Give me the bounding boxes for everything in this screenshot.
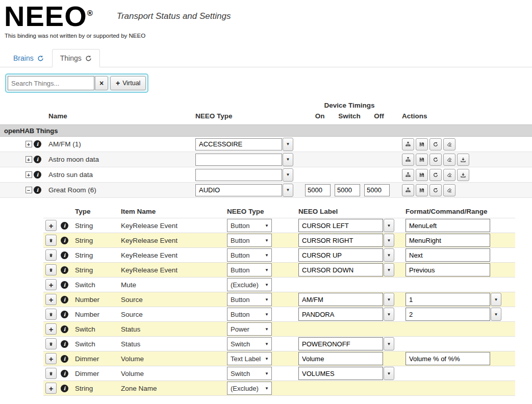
refresh-icon[interactable] bbox=[85, 55, 92, 62]
label-dropdown-button[interactable]: ▼ bbox=[384, 367, 394, 380]
delete-channel-button[interactable] bbox=[45, 264, 57, 275]
info-icon[interactable]: i bbox=[61, 385, 68, 392]
neeo-type-dropdown-button[interactable]: ▼ bbox=[283, 138, 293, 151]
neeo-type-select[interactable]: Button▼ bbox=[227, 263, 272, 276]
add-channel-button[interactable]: + bbox=[45, 353, 57, 364]
neeo-type-input[interactable] bbox=[195, 154, 282, 166]
neeo-label-input[interactable] bbox=[298, 367, 383, 380]
refresh-button[interactable] bbox=[429, 169, 442, 181]
add-channel-button[interactable]: + bbox=[45, 323, 57, 335]
add-channel-button[interactable]: + bbox=[45, 220, 57, 231]
neeo-label-input[interactable] bbox=[298, 293, 383, 306]
label-dropdown-button[interactable]: ▼ bbox=[384, 293, 394, 306]
label-dropdown-button[interactable]: ▼ bbox=[384, 308, 394, 321]
tab-things[interactable]: Things bbox=[52, 49, 100, 67]
delete-channel-button[interactable] bbox=[45, 249, 57, 261]
info-icon[interactable]: i bbox=[61, 266, 68, 274]
format-input[interactable] bbox=[406, 248, 490, 262]
info-icon[interactable]: i bbox=[61, 237, 68, 244]
format-input[interactable] bbox=[406, 234, 490, 247]
neeo-type-dropdown-button[interactable]: ▼ bbox=[283, 184, 293, 197]
neeo-type-dropdown-button[interactable]: ▼ bbox=[283, 168, 293, 182]
label-dropdown-button[interactable]: ▼ bbox=[384, 234, 394, 247]
format-dropdown-button[interactable]: ▼ bbox=[491, 308, 501, 321]
neeo-type-select[interactable]: (Exclude)▼ bbox=[227, 382, 272, 395]
add-channel-button[interactable]: + bbox=[45, 383, 57, 394]
expand-icon[interactable]: + bbox=[26, 141, 32, 147]
info-icon[interactable]: i bbox=[61, 281, 68, 289]
info-icon[interactable]: i bbox=[34, 171, 41, 179]
neeo-label-input[interactable] bbox=[298, 248, 383, 262]
add-channel-button[interactable]: + bbox=[45, 279, 57, 290]
delete-button[interactable] bbox=[443, 138, 455, 150]
label-dropdown-button[interactable]: ▼ bbox=[384, 337, 394, 350]
info-icon[interactable]: i bbox=[61, 355, 68, 363]
refresh-button[interactable] bbox=[429, 184, 442, 196]
neeo-label-input[interactable] bbox=[298, 263, 383, 276]
delete-channel-button[interactable] bbox=[45, 235, 57, 246]
timing-switch-input[interactable] bbox=[335, 184, 360, 196]
neeo-type-select[interactable]: Button▼ bbox=[227, 293, 272, 306]
save-button[interactable] bbox=[416, 169, 428, 181]
delete-button[interactable] bbox=[443, 154, 455, 166]
timing-on-input[interactable] bbox=[305, 184, 331, 196]
neeo-type-select[interactable]: Button▼ bbox=[227, 308, 272, 321]
expand-icon[interactable]: + bbox=[26, 171, 32, 178]
neeo-label-input[interactable] bbox=[298, 308, 383, 321]
info-icon[interactable]: i bbox=[61, 370, 68, 377]
delete-channel-button[interactable] bbox=[45, 309, 57, 320]
add-channel-button[interactable]: + bbox=[45, 294, 57, 305]
channel-map-button[interactable] bbox=[402, 184, 414, 196]
label-dropdown-button[interactable]: ▼ bbox=[384, 248, 394, 262]
format-dropdown-button[interactable]: ▼ bbox=[491, 293, 501, 306]
neeo-type-select[interactable]: Button▼ bbox=[227, 248, 272, 262]
delete-button[interactable] bbox=[443, 169, 455, 181]
delete-channel-button[interactable] bbox=[45, 368, 57, 379]
channel-map-button[interactable] bbox=[402, 169, 414, 181]
info-icon[interactable]: i bbox=[34, 156, 41, 163]
neeo-label-input[interactable] bbox=[298, 337, 383, 350]
tab-brains[interactable]: Brains bbox=[5, 49, 52, 67]
neeo-type-input[interactable] bbox=[195, 169, 282, 181]
channel-map-button[interactable] bbox=[402, 138, 414, 150]
neeo-type-select[interactable]: Text Label▼ bbox=[227, 352, 272, 365]
info-icon[interactable]: i bbox=[61, 251, 68, 259]
refresh-button[interactable] bbox=[429, 138, 442, 150]
refresh-button[interactable] bbox=[429, 154, 442, 166]
info-icon[interactable]: i bbox=[61, 222, 68, 230]
neeo-type-select[interactable]: Switch▼ bbox=[227, 367, 272, 380]
info-icon[interactable]: i bbox=[34, 186, 41, 194]
save-button[interactable] bbox=[416, 154, 428, 166]
add-virtual-button[interactable]: + Virtual bbox=[110, 76, 146, 90]
save-button[interactable] bbox=[416, 184, 428, 196]
format-input[interactable] bbox=[406, 308, 490, 321]
channel-map-button[interactable] bbox=[402, 154, 414, 166]
neeo-type-select[interactable]: Button▼ bbox=[227, 234, 272, 247]
export-button[interactable] bbox=[457, 154, 469, 166]
label-dropdown-button[interactable]: ▼ bbox=[384, 263, 394, 276]
expand-icon[interactable]: + bbox=[26, 156, 32, 163]
collapse-icon[interactable]: − bbox=[26, 187, 32, 193]
clear-search-button[interactable]: × bbox=[95, 76, 108, 90]
neeo-type-select[interactable]: Power▼ bbox=[227, 322, 272, 336]
neeo-label-input[interactable] bbox=[298, 219, 383, 232]
neeo-label-input[interactable] bbox=[298, 352, 383, 365]
export-button[interactable] bbox=[457, 169, 469, 181]
neeo-type-input[interactable] bbox=[195, 138, 282, 150]
delete-button[interactable] bbox=[443, 184, 455, 196]
neeo-type-select[interactable]: (Exclude)▼ bbox=[227, 278, 272, 291]
format-input[interactable] bbox=[406, 293, 490, 306]
neeo-type-dropdown-button[interactable]: ▼ bbox=[283, 153, 293, 166]
neeo-type-select[interactable]: Button▼ bbox=[227, 219, 272, 232]
info-icon[interactable]: i bbox=[61, 311, 68, 318]
format-input[interactable] bbox=[406, 352, 490, 365]
save-button[interactable] bbox=[416, 138, 428, 150]
timing-off-input[interactable] bbox=[364, 184, 390, 196]
neeo-type-input[interactable] bbox=[195, 184, 282, 196]
neeo-type-select[interactable]: Switch▼ bbox=[227, 337, 272, 350]
label-dropdown-button[interactable]: ▼ bbox=[384, 219, 394, 232]
refresh-icon[interactable] bbox=[37, 55, 44, 62]
search-input[interactable] bbox=[8, 76, 94, 90]
info-icon[interactable]: i bbox=[61, 296, 68, 304]
delete-channel-button[interactable] bbox=[45, 338, 57, 349]
